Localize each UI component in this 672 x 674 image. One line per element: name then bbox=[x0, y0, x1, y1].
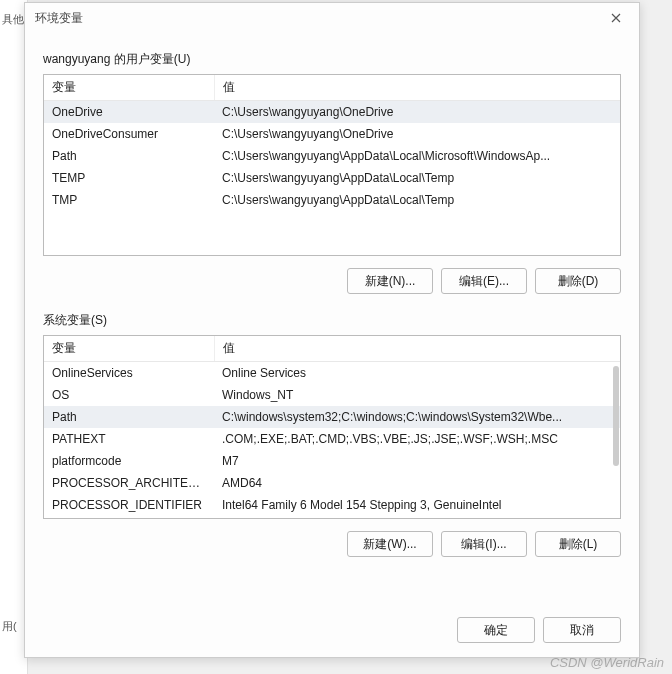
table-row[interactable]: OnlineServicesOnline Services bbox=[44, 362, 620, 384]
system-edit-button[interactable]: 编辑(I)... bbox=[441, 531, 527, 557]
bg-bottom-text: 用( bbox=[2, 619, 17, 634]
user-edit-button[interactable]: 编辑(E)... bbox=[441, 268, 527, 294]
system-vars-label: 系统变量(S) bbox=[43, 312, 621, 329]
var-value-cell: C:\Users\wangyuyang\AppData\Local\Micros… bbox=[214, 145, 620, 167]
var-value-cell: AMD64 bbox=[214, 472, 620, 494]
table-row[interactable]: PathC:\Users\wangyuyang\AppData\Local\Mi… bbox=[44, 145, 620, 167]
var-name-cell: platformcode bbox=[44, 450, 214, 472]
table-row[interactable]: PROCESSOR_IDENTIFIERIntel64 Family 6 Mod… bbox=[44, 494, 620, 516]
var-name-cell: Path bbox=[44, 406, 214, 428]
close-icon bbox=[611, 13, 621, 23]
table-row[interactable]: TEMPC:\Users\wangyuyang\AppData\Local\Te… bbox=[44, 167, 620, 189]
system-scrollbar[interactable] bbox=[613, 366, 619, 466]
titlebar: 环境变量 bbox=[25, 3, 639, 33]
user-vars-table[interactable]: 变量 值 OneDriveC:\Users\wangyuyang\OneDriv… bbox=[43, 74, 621, 256]
var-name-cell: OnlineServices bbox=[44, 362, 214, 384]
var-value-cell: C:\Users\wangyuyang\AppData\Local\Temp bbox=[214, 189, 620, 211]
var-value-cell: Windows_NT bbox=[214, 384, 620, 406]
environment-variables-dialog: 环境变量 wangyuyang 的用户变量(U) 变量 值 OneDriveC:… bbox=[24, 2, 640, 658]
table-row[interactable]: PROCESSOR_ARCHITECT...AMD64 bbox=[44, 472, 620, 494]
var-name-cell: PATHEXT bbox=[44, 428, 214, 450]
var-name-cell: PROCESSOR_ARCHITECT... bbox=[44, 472, 214, 494]
table-row[interactable]: OneDriveConsumerC:\Users\wangyuyang\OneD… bbox=[44, 123, 620, 145]
var-value-cell: Intel64 Family 6 Model 154 Stepping 3, G… bbox=[214, 494, 620, 516]
bg-top-text: 具他 bbox=[2, 13, 24, 25]
user-col-value[interactable]: 值 bbox=[214, 75, 620, 101]
user-vars-label: wangyuyang 的用户变量(U) bbox=[43, 51, 621, 68]
user-buttons: 新建(N)... 编辑(E)... 删除(D) bbox=[43, 268, 621, 294]
var-value-cell: Online Services bbox=[214, 362, 620, 384]
table-row[interactable]: platformcodeM7 bbox=[44, 450, 620, 472]
table-row[interactable]: PathC:\windows\system32;C:\windows;C:\wi… bbox=[44, 406, 620, 428]
sys-col-name[interactable]: 变量 bbox=[44, 336, 214, 362]
var-name-cell: TMP bbox=[44, 189, 214, 211]
var-value-cell: C:\Users\wangyuyang\OneDrive bbox=[214, 101, 620, 123]
var-value-cell: .COM;.EXE;.BAT;.CMD;.VBS;.VBE;.JS;.JSE;.… bbox=[214, 428, 620, 450]
var-value-cell: C:\Users\wangyuyang\OneDrive bbox=[214, 123, 620, 145]
var-name-cell: PROCESSOR_IDENTIFIER bbox=[44, 494, 214, 516]
system-delete-button[interactable]: 删除(L) bbox=[535, 531, 621, 557]
table-row[interactable]: OSWindows_NT bbox=[44, 384, 620, 406]
user-delete-button[interactable]: 删除(D) bbox=[535, 268, 621, 294]
sys-col-value[interactable]: 值 bbox=[214, 336, 620, 362]
system-buttons: 新建(W)... 编辑(I)... 删除(L) bbox=[43, 531, 621, 557]
dialog-title: 环境变量 bbox=[35, 10, 83, 27]
dialog-content: wangyuyang 的用户变量(U) 变量 值 OneDriveC:\User… bbox=[25, 33, 639, 607]
cancel-button[interactable]: 取消 bbox=[543, 617, 621, 643]
var-value-cell: M7 bbox=[214, 450, 620, 472]
system-vars-table[interactable]: 变量 值 OnlineServicesOnline ServicesOSWind… bbox=[43, 335, 621, 519]
ok-button[interactable]: 确定 bbox=[457, 617, 535, 643]
dialog-footer: 确定 取消 bbox=[25, 607, 639, 657]
var-name-cell: OS bbox=[44, 384, 214, 406]
var-name-cell: TEMP bbox=[44, 167, 214, 189]
var-name-cell: OneDrive bbox=[44, 101, 214, 123]
var-name-cell: OneDriveConsumer bbox=[44, 123, 214, 145]
user-new-button[interactable]: 新建(N)... bbox=[347, 268, 433, 294]
table-row[interactable]: TMPC:\Users\wangyuyang\AppData\Local\Tem… bbox=[44, 189, 620, 211]
table-row[interactable]: PATHEXT.COM;.EXE;.BAT;.CMD;.VBS;.VBE;.JS… bbox=[44, 428, 620, 450]
table-row[interactable]: OneDriveC:\Users\wangyuyang\OneDrive bbox=[44, 101, 620, 123]
system-new-button[interactable]: 新建(W)... bbox=[347, 531, 433, 557]
var-name-cell: Path bbox=[44, 145, 214, 167]
close-button[interactable] bbox=[601, 6, 631, 30]
var-value-cell: C:\windows\system32;C:\windows;C:\window… bbox=[214, 406, 620, 428]
var-value-cell: C:\Users\wangyuyang\AppData\Local\Temp bbox=[214, 167, 620, 189]
user-col-name[interactable]: 变量 bbox=[44, 75, 214, 101]
